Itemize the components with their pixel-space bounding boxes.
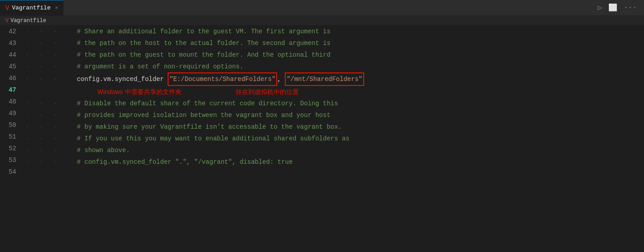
code-line-48: · · · # Disable the default share of the… bbox=[23, 98, 644, 109]
line-46-string1: "E:/Documents/SharedFolders" bbox=[168, 72, 277, 86]
tab-close-button[interactable]: × bbox=[55, 5, 58, 11]
dots-50: · · · bbox=[25, 121, 68, 133]
dots-42: · · · bbox=[25, 26, 68, 37]
line-num-54: 54 bbox=[4, 166, 16, 178]
tab-vagrantfile[interactable]: V Vagrantfile × bbox=[0, 0, 64, 16]
line-46-prefix: config.vm.synced_folder bbox=[69, 73, 168, 85]
breadcrumb-icon: V bbox=[5, 18, 9, 24]
title-bar: V Vagrantfile × ▷ ⬜ ··· bbox=[0, 0, 644, 16]
code-line-46: · · · config.vm.synced_folder "E:/Docume… bbox=[23, 72, 644, 86]
line-46-comma: , bbox=[277, 73, 285, 85]
line-num-49: 49 bbox=[4, 108, 16, 119]
line-48-text: # Disable the default share of the curre… bbox=[69, 98, 338, 109]
line-num-47: 47 bbox=[4, 84, 16, 96]
code-line-43: · · · # the path on the host to the actu… bbox=[23, 37, 644, 49]
annotation-label-2: 挂在到虚拟机中的位置 bbox=[236, 86, 299, 98]
dots-52: · · · bbox=[25, 144, 68, 156]
line-42-text: # Share an additional folder to the gues… bbox=[69, 26, 331, 37]
line-num-48: 48 bbox=[4, 96, 16, 108]
annotation-label-1: Windows 中需要共享的文件夹 bbox=[97, 86, 182, 98]
split-icon[interactable]: ⬜ bbox=[608, 3, 617, 12]
line-num-45: 45 bbox=[4, 61, 16, 72]
code-line-45: · · · # argument is a set of non-require… bbox=[23, 61, 644, 72]
code-line-52: · · · # shown above. bbox=[23, 144, 644, 156]
line-44-text: # the path on the guest to mount the fol… bbox=[69, 49, 331, 61]
dots-49: · · · bbox=[25, 109, 68, 121]
code-line-44: · · · # the path on the guest to mount t… bbox=[23, 49, 644, 61]
line-49-text: # provides improved isolation between th… bbox=[69, 109, 331, 121]
line-45-text: # argument is a set of non-required opti… bbox=[69, 61, 243, 72]
line-num-42: 42 bbox=[4, 26, 16, 37]
breadcrumb-label: Vagrantfile bbox=[10, 18, 46, 24]
run-icon[interactable]: ▷ bbox=[598, 3, 603, 12]
line-num-43: 43 bbox=[4, 37, 16, 49]
dots-43: · · · bbox=[25, 37, 68, 49]
dots-48: · · · bbox=[25, 98, 68, 109]
more-icon[interactable]: ··· bbox=[624, 4, 637, 12]
line-53-text: # config.vm.synced_folder ".", "/vagrant… bbox=[69, 156, 293, 168]
dots-45: · · · bbox=[25, 61, 68, 72]
line-50-text: # by making sure your Vagrantfile isn't … bbox=[69, 121, 342, 133]
code-line-42: · · · # Share an additional folder to th… bbox=[23, 26, 644, 37]
editor-area: 42 43 44 45 46 47 48 49 50 51 52 53 54 ·… bbox=[0, 26, 644, 252]
vagrantfile-tab-icon: V bbox=[5, 4, 9, 12]
line-num-46: 46 bbox=[4, 72, 16, 84]
dots-51: · · · bbox=[25, 133, 68, 144]
breadcrumb-bar: V Vagrantfile bbox=[0, 16, 644, 26]
code-line-47: Windows 中需要共享的文件夹 挂在到虚拟机中的位置 bbox=[23, 86, 644, 98]
code-line-51: · · · # If you use this you may want to … bbox=[23, 133, 644, 144]
dots-46: · · · bbox=[25, 73, 68, 85]
line-num-44: 44 bbox=[4, 49, 16, 61]
code-line-50: · · · # by making sure your Vagrantfile … bbox=[23, 121, 644, 133]
line-51-text: # If you use this you may want to enable… bbox=[69, 133, 350, 144]
line-52-text: # shown above. bbox=[69, 144, 130, 156]
line-num-53: 53 bbox=[4, 154, 16, 166]
line-num-50: 50 bbox=[4, 119, 16, 131]
code-line-49: · · · # provides improved isolation betw… bbox=[23, 109, 644, 121]
annotation-container: Windows 中需要共享的文件夹 挂在到虚拟机中的位置 bbox=[25, 86, 644, 98]
code-line-53: · · · # config.vm.synced_folder ".", "/v… bbox=[23, 156, 644, 168]
line-43-text: # the path on the host to the actual fol… bbox=[69, 37, 331, 49]
line-num-51: 51 bbox=[4, 131, 16, 143]
code-editor[interactable]: · · · # Share an additional folder to th… bbox=[23, 26, 644, 252]
dots-53: · · · bbox=[25, 156, 68, 168]
line-num-52: 52 bbox=[4, 143, 16, 154]
title-bar-actions: ▷ ⬜ ··· bbox=[598, 3, 644, 12]
line-46-string2: "/mnt/SharedFolders" bbox=[285, 72, 364, 86]
tab-label: Vagrantfile bbox=[12, 4, 50, 11]
line-number-gutter: 42 43 44 45 46 47 48 49 50 51 52 53 54 bbox=[0, 26, 23, 252]
dots-44: · · · bbox=[25, 49, 68, 61]
